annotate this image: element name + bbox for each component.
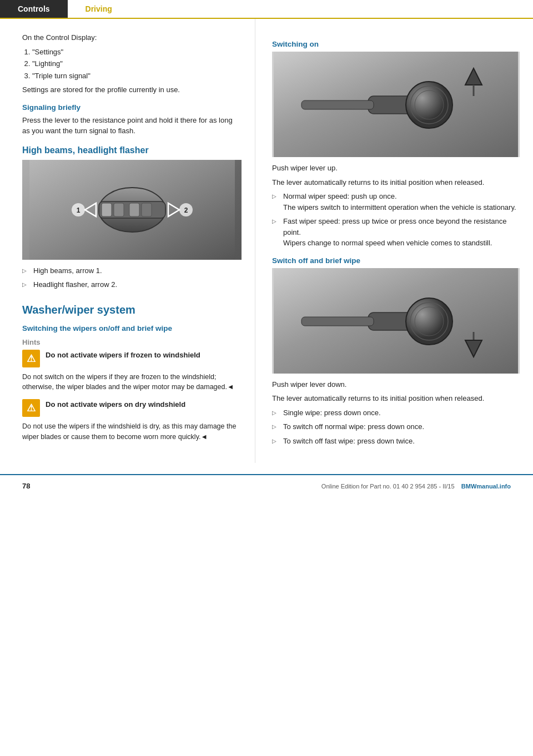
svg-rect-6	[142, 203, 152, 216]
svg-rect-4	[114, 203, 124, 216]
tab-driving[interactable]: Driving	[68, 0, 130, 18]
headlight-img-inner: 1 2	[22, 160, 242, 260]
warning-box-1: ⚠ Do not activate wipers if frozen to wi…	[22, 350, 242, 367]
wiper-fast-main: Fast wiper speed: press up twice or pres…	[283, 217, 507, 236]
wiper-fast-sub: Wipers change to normal speed when vehic…	[283, 239, 492, 247]
svg-rect-18	[301, 100, 374, 109]
tab-controls[interactable]: Controls	[0, 0, 68, 18]
wiper-down-bullets: Single wipe: press down once. To switch …	[272, 407, 520, 447]
footer: 78 Online Edition for Part no. 01 40 2 9…	[0, 474, 533, 497]
lever-returns-down: The lever automatically returns to its i…	[272, 393, 520, 404]
svg-text:2: 2	[184, 206, 188, 214]
highbeams-bullet-1: High beams, arrow 1.	[22, 265, 242, 276]
highbeams-bullets: High beams, arrow 1. Headlight flasher, …	[22, 265, 242, 290]
svg-text:1: 1	[76, 206, 80, 214]
warning-body-2: Do not use the wipers if the windshield …	[22, 421, 242, 442]
wiper-normal-main: Normal wiper speed: push up once.	[283, 192, 397, 200]
signaling-heading: Signaling briefly	[22, 103, 242, 112]
page-number: 78	[22, 482, 30, 490]
svg-rect-3	[102, 203, 112, 216]
push-wiper-down: Push wiper lever down.	[272, 379, 520, 390]
steps-list: "Settings" "Lighting" "Triple turn signa…	[32, 47, 242, 82]
warning-box-2: ⚠ Do not activate wipers on dry windshie…	[22, 399, 242, 417]
step-3: "Triple turn signal"	[32, 70, 242, 82]
settings-note: Settings are stored for the profile curr…	[22, 84, 242, 95]
wiper-normal-sub: The wipers switch to intermittent operat…	[283, 203, 516, 211]
highbeams-bullet-2: Headlight flasher, arrow 2.	[22, 279, 242, 290]
warning-title-2: Do not activate wipers on dry windshield	[46, 400, 185, 409]
svg-rect-5	[129, 203, 139, 216]
svg-rect-26	[301, 317, 374, 326]
switching-on-heading: Switching on	[272, 40, 520, 48]
warning-text-1: Do not activate wipers if frozen to wind…	[46, 350, 242, 361]
push-wiper-up: Push wiper lever up.	[272, 163, 520, 174]
warning-body-1: Do not switch on the wipers if they are …	[22, 372, 242, 393]
wiper-down-svg	[274, 268, 518, 374]
header: Controls Driving	[0, 0, 533, 19]
switch-off-heading: Switch off and brief wipe	[272, 256, 520, 265]
highbeams-heading: High beams, headlight flasher	[22, 145, 242, 155]
warning-icon-2: ⚠	[22, 399, 40, 417]
step-2: "Lighting"	[32, 58, 242, 69]
wiper-down-bullet-2: To switch off normal wipe: press down on…	[272, 421, 520, 432]
left-column: On the Control Display: "Settings" "Ligh…	[0, 19, 255, 463]
headlight-svg: 1 2	[29, 160, 235, 260]
wiper-bullet-fast: Fast wiper speed: press up twice or pres…	[272, 216, 520, 249]
lever-returns: The lever automatically returns to its i…	[272, 177, 520, 188]
hints-heading: Hints	[22, 338, 242, 346]
wiper-down-image	[272, 268, 520, 374]
footer-brand: BMWmanual.info	[461, 483, 511, 490]
page-content: On the Control Display: "Settings" "Ligh…	[0, 19, 533, 463]
wiper-up-svg	[274, 52, 518, 157]
wiper-bullet-normal: Normal wiper speed: push up once. The wi…	[272, 191, 520, 213]
warning-text-2: Do not activate wipers on dry windshield	[46, 399, 242, 410]
signaling-text: Press the lever to the resistance point …	[22, 115, 242, 137]
warning-icon-1: ⚠	[22, 350, 40, 367]
footer-text: Online Edition for Part no. 01 40 2 954 …	[321, 483, 455, 490]
switching-heading: Switching the wipers on/off and brief wi…	[22, 324, 242, 332]
warning-title-1: Do not activate wipers if frozen to wind…	[46, 351, 200, 359]
step-1: "Settings"	[32, 47, 242, 58]
footer-right: Online Edition for Part no. 01 40 2 954 …	[321, 483, 511, 490]
wiper-up-bullets: Normal wiper speed: push up once. The wi…	[272, 191, 520, 249]
right-column: Switching on	[255, 19, 533, 463]
svg-point-23	[406, 298, 452, 345]
wiper-down-bullet-3: To switch off fast wipe: press down twic…	[272, 436, 520, 447]
washer-heading: Washer/wiper system	[22, 304, 242, 316]
intro-text: On the Control Display:	[22, 32, 242, 43]
wiper-down-bullet-1: Single wipe: press down once.	[272, 407, 520, 419]
headlight-image: 1 2	[22, 160, 242, 260]
svg-point-15	[406, 82, 452, 128]
wiper-up-image	[272, 52, 520, 157]
